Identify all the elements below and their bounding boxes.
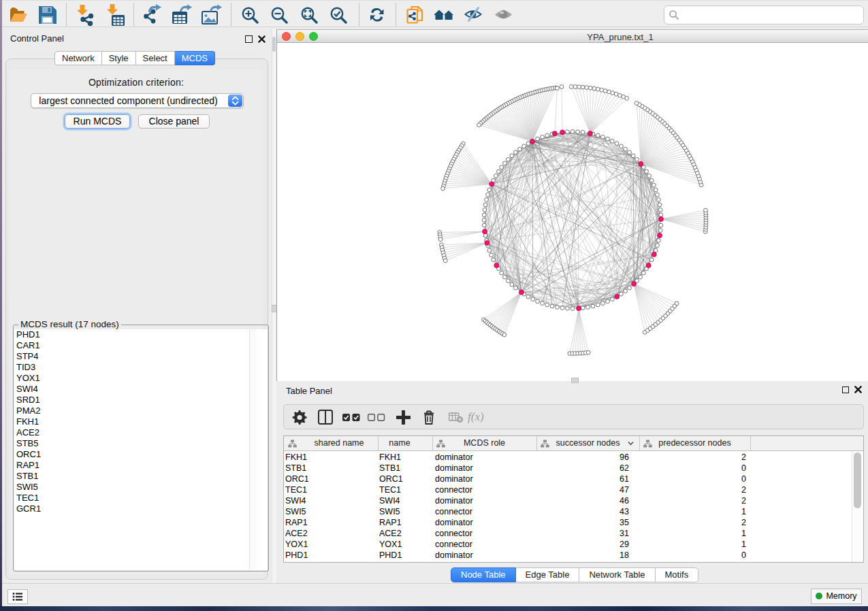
svg-text:f(x): f(x): [468, 410, 484, 423]
